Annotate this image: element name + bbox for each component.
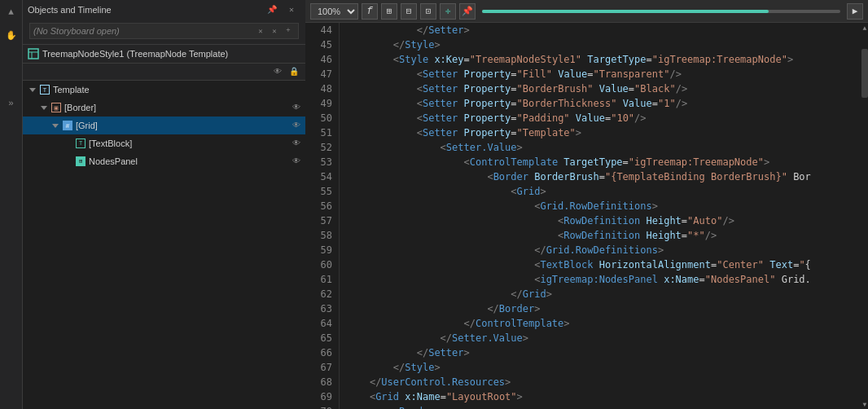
code-container: 44 45 46 47 48 49 50 51 52 53 54 55 56 5… [305,23,868,409]
line-num-56: 56 [305,199,339,213]
code-line-56: <Grid.RowDefinitions> [346,199,861,213]
tree-item-template[interactable]: T Template [23,81,305,99]
border-icon-small: ▣ [51,103,61,112]
expand-arrow-textblock [64,139,73,148]
line-num-49: 49 [305,96,339,111]
line-num-51: 51 [305,125,339,140]
panel-title-icons: 📌 ✕ [263,1,300,19]
line-num-59: 59 [305,243,339,257]
code-line-59: </Grid.RowDefinitions> [346,243,861,257]
storyboard-bar: (No Storyboard open) ✕ ✕ + [29,23,299,39]
line-num-67: 67 [305,360,339,375]
line-num-44: 44 [305,23,339,37]
eye-icon[interactable]: 👁 [271,65,284,78]
code-line-65: </Setter.Value> [346,331,861,345]
storyboard-add-icon[interactable]: + [282,24,295,37]
code-line-62: </Grid> [346,287,861,301]
tree-item-textblock[interactable]: T [TextBlock] 👁 [23,134,305,152]
template-icon-small: T [40,85,50,95]
hand-icon[interactable]: ✋ [2,26,20,44]
tree-label-template: Template [53,85,302,95]
expand-arrow-grid [50,121,60,130]
nodespanel-row-icons: 👁 [291,156,302,167]
design-view-icon[interactable]: ⊡ [420,3,436,20]
split-view-icon[interactable]: ⊟ [401,3,417,20]
tree-item-grid[interactable]: # [Grid] 👁 [23,117,305,134]
right-scrollbar: ▲ ▼ [861,23,868,409]
timeline-slider-container [479,10,844,13]
expand-arrow-nodespanel [64,156,73,166]
nodespanel-eye-icon[interactable]: 👁 [291,156,302,167]
line-num-46: 46 [305,52,339,67]
nav-right-icon[interactable]: ▶ [847,3,863,20]
line-num-58: 58 [305,228,339,243]
move-icon[interactable]: ✛ [440,3,456,20]
code-line-58: <RowDefinition Height="*"/> [346,228,861,243]
code-line-67: </Style> [346,360,861,375]
line-num-47: 47 [305,67,339,81]
template-icon [28,48,39,59]
scroll-down-arrow[interactable]: ▼ [861,399,868,409]
scroll-up-arrow[interactable]: ▲ [861,23,868,33]
timeline-slider-fill [482,10,769,13]
close-icon[interactable]: ✕ [283,1,300,19]
storyboard-delete-icon[interactable]: ✕ [268,24,281,37]
pointer-icon[interactable]: ▲ [2,3,20,21]
code-line-54: <Border BorderBrush="{TemplateBinding Bo… [346,169,861,184]
tree-label-nodespanel: NodesPanel [89,156,291,166]
grid-view-icon[interactable]: ⊞ [381,3,397,20]
expand-icon[interactable]: » [2,95,20,112]
line-num-53: 53 [305,155,339,169]
code-line-63: </Border> [346,301,861,316]
line-num-63: 63 [305,301,339,316]
pin-toolbar-icon[interactable]: 📌 [459,3,476,20]
editor-toolbar: 100% 75% 50% 150% f ⊞ ⊟ ⊡ ✛ 📌 ▶ [305,0,868,23]
textblock-eye-icon[interactable]: 👁 [291,138,302,149]
border-eye-icon[interactable]: 👁 [291,102,302,113]
storyboard-icons: ✕ ✕ + [254,24,295,37]
storyboard-stop-icon[interactable]: ✕ [254,24,267,37]
textblock-node-icon: T [75,138,86,149]
nodespanel-node-icon: ⊞ [75,156,86,167]
line-num-60: 60 [305,257,339,272]
storyboard-label: (No Storyboard open) [33,26,254,36]
code-line-44: </Setter> [346,23,861,37]
line-num-62: 62 [305,287,339,301]
scroll-thumb[interactable] [861,49,868,98]
zoom-select[interactable]: 100% 75% 50% 150% [310,3,358,20]
nodespanel-icon-small: ⊞ [76,156,85,166]
code-line-53: <ControlTemplate TargetType="igTreemap:T… [346,155,861,169]
scroll-track[interactable] [861,33,868,399]
code-line-51: <Setter Property="Template"> [346,125,861,140]
template-name-row: TreemapNodeStyle1 (TreemapNode Template) [23,45,305,64]
code-line-46: <Style x:Key="TreemapNodeStyle1" TargetT… [346,52,861,67]
font-icon[interactable]: f [362,3,378,20]
code-editor[interactable]: </Setter> </Style> <Style x:Key="Treemap… [340,23,861,409]
objects-timeline-panel: Objects and Timeline 📌 ✕ (No Storyboard … [23,0,305,409]
line-num-68: 68 [305,375,339,389]
timeline-slider[interactable] [482,10,840,13]
tree-label-border: [Border] [64,103,291,112]
code-line-57: <RowDefinition Height="Auto"/> [346,213,861,228]
code-line-48: <Setter Property="BorderBrush" Value="Bl… [346,81,861,96]
lock-icon[interactable]: 🔒 [287,65,300,78]
line-num-45: 45 [305,37,339,52]
grid-eye-icon[interactable]: 👁 [291,120,302,131]
expand-arrow-template [28,85,37,95]
textblock-icon-small: T [76,139,85,148]
line-num-57: 57 [305,213,339,228]
right-panel: 100% 75% 50% 150% f ⊞ ⊟ ⊡ ✛ 📌 ▶ 44 45 46… [305,0,868,409]
left-icon-toolbar: ▲ ✋ » [0,0,23,409]
pin-icon[interactable]: 📌 [263,1,281,19]
grid-row-icons: 👁 [291,120,302,131]
code-line-70: <Border [346,404,861,409]
grid-icon-small: # [63,121,72,130]
tree-item-border[interactable]: ▣ [Border] 👁 [23,99,305,117]
tree-item-nodespanel[interactable]: ⊞ NodesPanel 👁 [23,152,305,170]
code-line-50: <Setter Property="Padding" Value="10"/> [346,111,861,125]
line-num-70: 70 [305,404,339,409]
border-row-icons: 👁 [291,102,302,113]
line-num-50: 50 [305,111,339,125]
textblock-row-icons: 👁 [291,138,302,149]
code-line-69: <Grid x:Name="LayoutRoot"> [346,389,861,404]
